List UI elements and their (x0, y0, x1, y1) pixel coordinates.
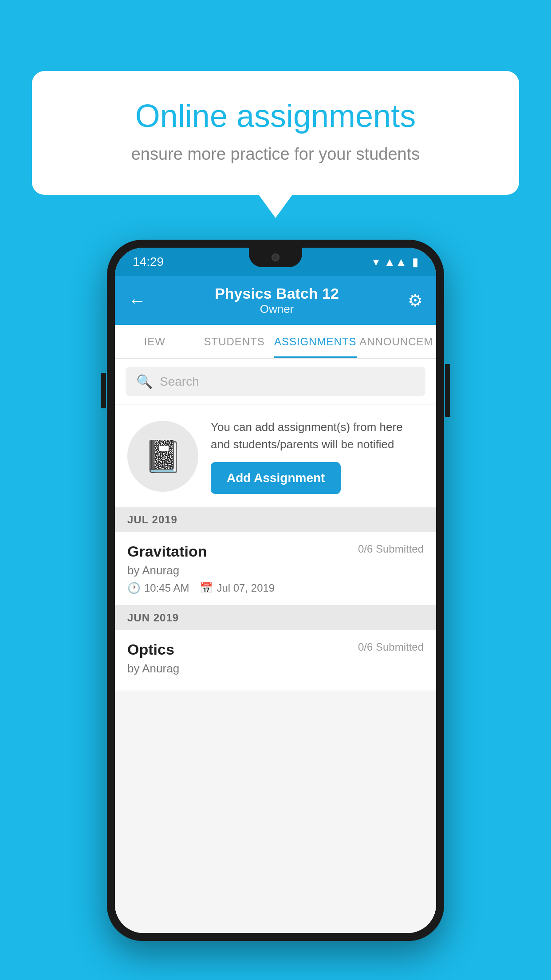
assignment-date: Jul 07, 2019 (216, 582, 275, 594)
settings-icon[interactable]: ⚙ (408, 291, 423, 310)
notebook-icon: 📓 (144, 438, 182, 474)
add-assignment-button[interactable]: Add Assignment (211, 462, 341, 494)
app-header: ← Physics Batch 12 Owner ⚙ (115, 276, 436, 325)
tab-assignments[interactable]: ASSIGNMENTS (274, 325, 357, 358)
status-icons: ▾ ▲▲ ▮ (373, 255, 418, 269)
notch (249, 248, 302, 267)
assignment-name-optics: Optics (127, 641, 174, 658)
phone-outer: 14:29 ▾ ▲▲ ▮ ← Physics Batch 12 Owner ⚙ (107, 240, 444, 941)
assignment-meta: 🕐 10:45 AM 📅 Jul 07, 2019 (127, 582, 424, 594)
phone-content: 🔍 Search 📓 You can add assignment(s) fro… (115, 359, 436, 933)
phone-screen: 14:29 ▾ ▲▲ ▮ ← Physics Batch 12 Owner ⚙ (115, 248, 436, 933)
assignment-row-top-optics: Optics 0/6 Submitted (127, 641, 424, 658)
search-bar-wrapper: 🔍 Search (115, 359, 436, 404)
search-bar[interactable]: 🔍 Search (126, 367, 425, 396)
speech-bubble-container: Online assignments ensure more practice … (32, 71, 519, 195)
tabs-bar: IEW STUDENTS ASSIGNMENTS ANNOUNCEM (115, 325, 436, 359)
assignment-time: 10:45 AM (144, 582, 189, 594)
battery-icon: ▮ (412, 255, 418, 269)
assignment-name: Gravitation (127, 543, 207, 560)
promo-text-area: You can add assignment(s) from here and … (211, 419, 424, 494)
assignment-submitted-optics: 0/6 Submitted (358, 641, 424, 653)
clock-icon: 🕐 (127, 582, 141, 594)
promo-description: You can add assignment(s) from here and … (211, 419, 424, 453)
header-title: Physics Batch 12 (215, 285, 339, 302)
signal-icon: ▲▲ (384, 255, 407, 269)
search-placeholder: Search (160, 375, 199, 389)
assignment-row-top: Gravitation 0/6 Submitted (127, 543, 424, 560)
speech-bubble: Online assignments ensure more practice … (32, 71, 519, 195)
meta-time: 🕐 10:45 AM (127, 582, 189, 594)
calendar-icon: 📅 (200, 582, 213, 594)
status-time: 14:29 (133, 255, 164, 269)
promo-section: 📓 You can add assignment(s) from here an… (115, 405, 436, 507)
header-title-group: Physics Batch 12 Owner (215, 285, 339, 316)
section-jun-2019: JUN 2019 (115, 605, 436, 630)
assignment-item-optics[interactable]: Optics 0/6 Submitted by Anurag (115, 630, 436, 691)
header-subtitle: Owner (215, 302, 339, 316)
phone-wrapper: 14:29 ▾ ▲▲ ▮ ← Physics Batch 12 Owner ⚙ (107, 240, 444, 941)
promo-icon-circle: 📓 (127, 421, 198, 492)
wifi-icon: ▾ (373, 255, 379, 269)
back-button[interactable]: ← (128, 291, 146, 311)
content-area: 🔍 Search 📓 You can add assignment(s) fro… (115, 359, 436, 933)
bubble-title: Online assignments (67, 98, 484, 134)
camera-dot (272, 253, 279, 261)
assignment-submitted: 0/6 Submitted (358, 543, 424, 555)
assignment-item-gravitation[interactable]: Gravitation 0/6 Submitted by Anurag 🕐 10… (115, 532, 436, 605)
tab-students[interactable]: STUDENTS (194, 325, 274, 358)
status-bar: 14:29 ▾ ▲▲ ▮ (115, 248, 436, 276)
section-jul-2019: JUL 2019 (115, 507, 436, 532)
bubble-subtitle: ensure more practice for your students (67, 145, 484, 164)
tab-announcements[interactable]: ANNOUNCEM (357, 325, 436, 358)
assignment-author-optics: by Anurag (127, 662, 424, 676)
meta-date: 📅 Jul 07, 2019 (200, 582, 275, 594)
search-icon: 🔍 (136, 374, 153, 389)
tab-iew[interactable]: IEW (115, 325, 194, 358)
assignment-author: by Anurag (127, 564, 424, 577)
